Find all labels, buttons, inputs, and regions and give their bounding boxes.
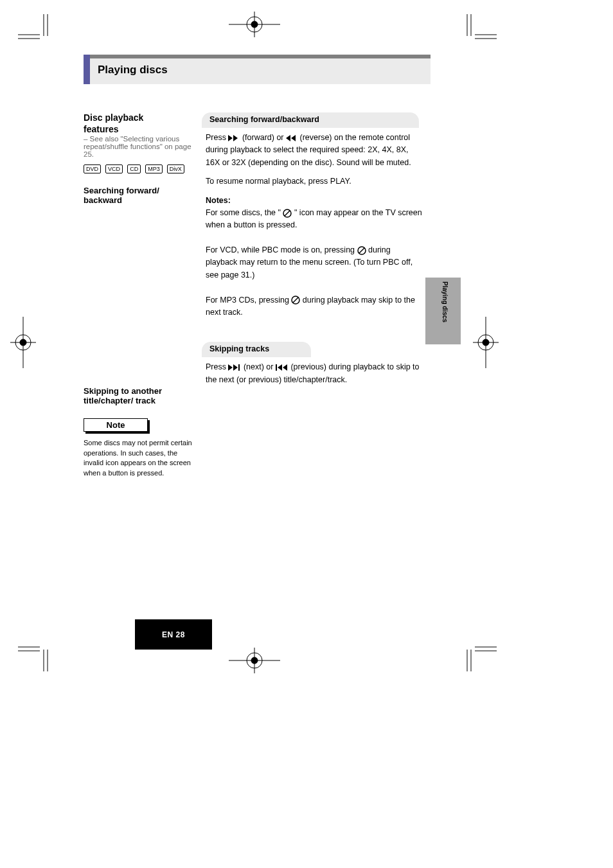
page-footer: EN 28 bbox=[135, 619, 212, 650]
chapter-title: Playing discs bbox=[98, 64, 168, 76]
next-track-icon bbox=[228, 364, 241, 371]
svg-point-23 bbox=[251, 657, 258, 664]
skip-instruction: Press (next) or (previous) during playba… bbox=[206, 361, 424, 386]
svg-marker-34 bbox=[286, 135, 290, 141]
registration-target-bottom bbox=[229, 648, 280, 673]
registration-target-top bbox=[229, 12, 280, 37]
previous-track-icon bbox=[276, 364, 289, 371]
svg-line-41 bbox=[293, 297, 298, 303]
disc-badge: CD bbox=[127, 164, 141, 173]
left-subheading-search: Searching forward/ backward bbox=[84, 186, 193, 205]
rewind-icon bbox=[286, 135, 298, 141]
note-body: Some discs may not permit certain operat… bbox=[84, 438, 193, 478]
pill-search: Searching forward/backward bbox=[202, 112, 419, 128]
svg-marker-35 bbox=[291, 135, 296, 141]
disc-badge: MP3 bbox=[145, 164, 163, 173]
pill-skip: Skipping tracks bbox=[202, 342, 311, 357]
svg-point-27 bbox=[20, 339, 26, 346]
svg-point-31 bbox=[483, 339, 489, 346]
svg-rect-44 bbox=[238, 364, 240, 371]
svg-marker-46 bbox=[278, 364, 282, 371]
prohibit-icon bbox=[357, 246, 366, 255]
registration-target-left bbox=[10, 317, 36, 368]
feature-subnote: – See also "Selecting various repeat/shu… bbox=[84, 135, 193, 158]
svg-line-39 bbox=[359, 248, 364, 253]
chapter-titlebar: Playing discs bbox=[84, 55, 431, 84]
fast-forward-icon bbox=[228, 135, 240, 141]
left-subheading-skip: Skipping to another title/chapter/ track bbox=[84, 386, 193, 405]
disc-badge: DVD bbox=[84, 164, 101, 173]
svg-marker-47 bbox=[283, 364, 287, 371]
search-notes: Notes: For some discs, the " " icon may … bbox=[206, 195, 424, 319]
crop-mark-tl bbox=[18, 14, 53, 49]
svg-point-19 bbox=[251, 21, 258, 28]
disc-badge: DivX bbox=[167, 164, 184, 173]
page-number: EN 28 bbox=[162, 630, 185, 639]
svg-rect-45 bbox=[276, 364, 277, 371]
registration-target-right bbox=[473, 317, 499, 368]
crop-mark-br bbox=[461, 636, 497, 671]
disc-badges: DVD VCD CD MP3 DivX bbox=[84, 164, 193, 174]
svg-marker-43 bbox=[233, 364, 238, 371]
svg-marker-33 bbox=[233, 135, 238, 141]
search-resume: To resume normal playback, press PLAY. bbox=[206, 175, 424, 188]
crop-mark-tr bbox=[461, 14, 497, 49]
disc-badge: VCD bbox=[105, 164, 123, 173]
note-box: Note bbox=[84, 418, 148, 432]
svg-marker-42 bbox=[228, 364, 233, 371]
svg-line-37 bbox=[285, 211, 290, 216]
side-tab-label: Playing discs bbox=[441, 281, 449, 323]
prohibit-icon bbox=[291, 296, 300, 305]
feature-heading: Disc playback features bbox=[84, 112, 193, 135]
side-tab: Playing discs bbox=[425, 278, 461, 344]
prohibit-icon bbox=[283, 209, 292, 218]
search-instruction: Press (forward) or (reverse) on the remo… bbox=[206, 132, 424, 169]
crop-mark-bl bbox=[18, 636, 53, 671]
svg-marker-32 bbox=[228, 135, 233, 141]
